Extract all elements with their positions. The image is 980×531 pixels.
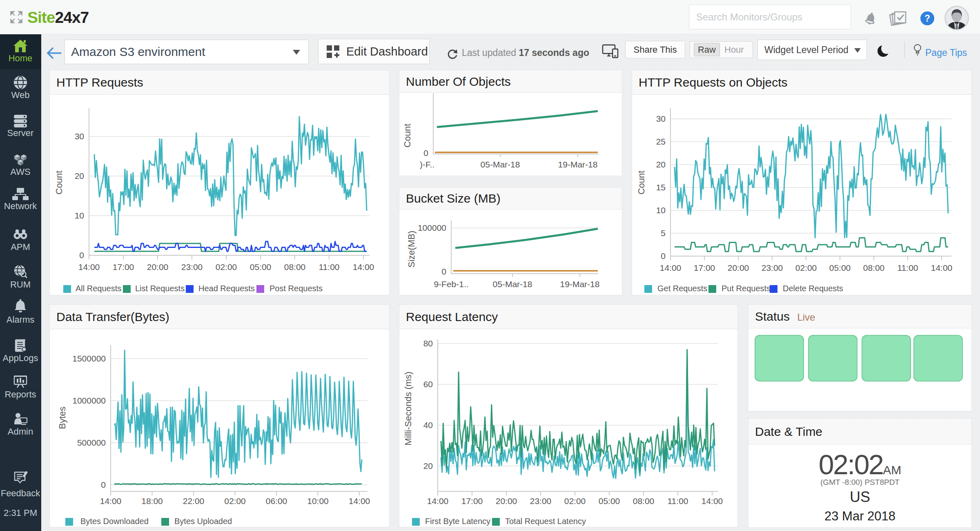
svg-text:Network: Network bbox=[4, 201, 38, 211]
svg-text:Admin: Admin bbox=[8, 426, 33, 437]
svg-text:Web: Web bbox=[11, 90, 30, 100]
svg-text:2:31 PM: 2:31 PM bbox=[4, 508, 37, 518]
svg-text:Home: Home bbox=[9, 53, 33, 63]
svg-text:AWS: AWS bbox=[10, 167, 30, 177]
svg-text:AppLogs: AppLogs bbox=[3, 353, 38, 363]
svg-text:Reports: Reports bbox=[4, 389, 36, 399]
svg-text:Server: Server bbox=[7, 128, 34, 138]
svg-text:Feedback: Feedback bbox=[1, 488, 41, 498]
svg-text:APM: APM bbox=[11, 242, 30, 252]
svg-text:RUM: RUM bbox=[10, 279, 31, 290]
svg-text:Alarms: Alarms bbox=[7, 315, 34, 325]
